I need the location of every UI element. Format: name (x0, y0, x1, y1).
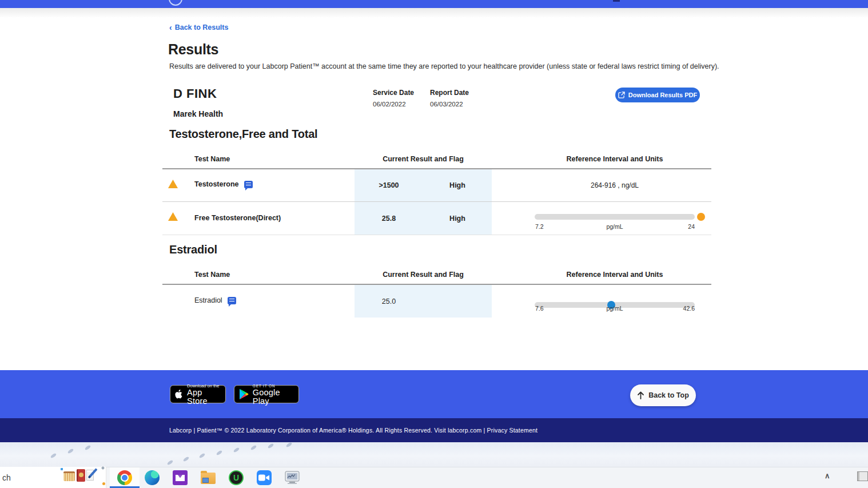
back-to-top-button[interactable]: Back to Top (630, 384, 696, 406)
page-description: Results are delivered to your Labcorp Pa… (169, 62, 719, 70)
desktop-wallpaper (0, 442, 868, 467)
back-to-top-label: Back to Top (648, 391, 689, 399)
back-to-results-link[interactable]: ‹ Back to Results (169, 23, 228, 31)
column-header-test-name: Test Name (194, 271, 230, 279)
report-date-block: Report Date 06/03/2022 (430, 89, 469, 108)
patient-name: D FINK (173, 86, 217, 101)
result-flag: High (423, 181, 492, 189)
monitor-glyph (285, 471, 300, 485)
result-value: 25.8 (355, 215, 423, 223)
table-row-testosterone: Testosterone (194, 180, 253, 188)
result-column-highlight (355, 169, 492, 235)
app-store-badge-text: Download on the App Store (187, 383, 221, 406)
book-emblem (79, 473, 83, 477)
footer-legal-bar: Labcorp | Patient™ © 2022 Laboratory Cor… (0, 418, 868, 442)
download-button-label: Download Results PDF (628, 92, 697, 98)
app-store-badge[interactable]: Download on the App Store (170, 385, 226, 403)
envelope-glyph (176, 475, 185, 481)
column-header-test-name: Test Name (194, 155, 230, 163)
result-flag: High (423, 215, 492, 223)
download-results-pdf-button[interactable]: Download Results PDF (615, 88, 700, 102)
report-date-label: Report Date (430, 89, 469, 97)
edge-icon[interactable] (145, 470, 160, 485)
reference-range-bar (535, 214, 695, 220)
warning-triangle-icon (168, 180, 178, 188)
chevron-left-icon: ‹ (169, 24, 172, 31)
table-bottom-divider (162, 235, 711, 235)
top-nav-bar (0, 0, 868, 8)
utorrent-icon[interactable] (229, 470, 244, 485)
google-play-badge[interactable]: GET IT ON Google Play (234, 385, 299, 403)
mail-icon[interactable] (173, 470, 188, 485)
copyright-text: Labcorp | Patient™ © 2022 Laboratory Cor… (169, 427, 537, 434)
badge-line2: App Store (187, 388, 221, 406)
range-max-label: 24 (535, 223, 695, 230)
apple-icon (175, 388, 184, 400)
result-value: >1500 (355, 181, 423, 189)
service-date-block: Service Date 06/02/2022 (373, 89, 414, 108)
table-row-divider (162, 201, 711, 202)
system-monitor-icon[interactable] (285, 470, 300, 485)
footer (0, 370, 868, 418)
service-date-label: Service Date (373, 89, 414, 97)
patient-organization: Marek Health (173, 109, 223, 118)
comment-icon[interactable] (228, 297, 236, 304)
labcorp-logo-partial (169, 0, 182, 6)
column-header-result: Current Result and Flag (355, 155, 492, 163)
file-explorer-icon[interactable] (201, 473, 216, 484)
external-link-icon (618, 92, 625, 98)
back-link-label: Back to Results (175, 23, 229, 31)
test-name-testosterone: Testosterone (194, 180, 239, 188)
result-value: 25.0 (355, 297, 423, 306)
column-header-reference: Reference Interval and Units (517, 271, 712, 279)
cake-icon[interactable] (63, 471, 75, 481)
header-shadow (0, 8, 868, 17)
column-header-reference: Reference Interval and Units (517, 155, 712, 163)
column-header-result: Current Result and Flag (355, 271, 492, 279)
comment-icon[interactable] (244, 181, 253, 188)
google-play-icon (240, 388, 249, 400)
section-title-testosterone: Testosterone,Free and Total (169, 128, 317, 141)
test-name-free-testosterone: Free Testosterone(Direct) (194, 214, 281, 222)
section-title-estradiol: Estradiol (169, 243, 217, 256)
zoom-icon[interactable] (257, 470, 272, 485)
page-title: Results (168, 41, 218, 58)
reference-interval-text: 264-916 , ng/dL (517, 181, 712, 189)
table-row-estradiol: Estradiol (194, 296, 236, 304)
video-camera-glyph (258, 473, 270, 482)
result-marker-dot (697, 213, 705, 221)
chrome-icon[interactable] (117, 470, 132, 485)
table-row-free-testosterone: Free Testosterone(Direct) (194, 214, 281, 222)
nav-icon-partial (613, 0, 620, 2)
decoration-dot (61, 468, 63, 470)
report-date-value: 06/03/2022 (430, 101, 469, 108)
decoration-dot (102, 482, 105, 485)
tray-icon-partial[interactable] (857, 471, 868, 481)
taskbar-search-text: ch (2, 473, 11, 482)
show-hidden-icons-chevron[interactable]: ∧ (825, 471, 830, 480)
warning-triangle-icon (168, 212, 178, 221)
google-play-badge-text: GET IT ON Google Play (253, 383, 293, 406)
service-date-value: 06/02/2022 (373, 101, 414, 108)
test-name-estradiol: Estradiol (194, 296, 222, 304)
badge-line2: Google Play (253, 388, 293, 406)
arrow-up-icon (637, 391, 644, 399)
range-max-label: 42.6 (535, 305, 695, 312)
